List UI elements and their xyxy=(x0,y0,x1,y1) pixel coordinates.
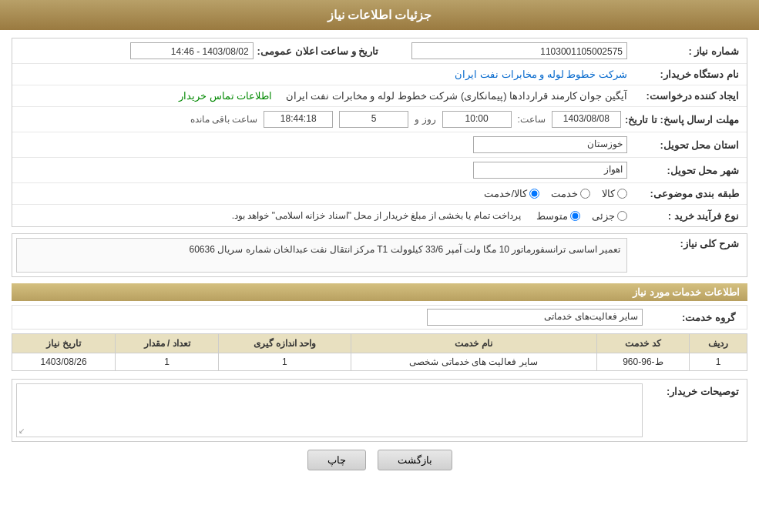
sharh-koli-section: شرح کلی نیاز: تعمیر اساسی ترانسفورماتور … xyxy=(12,233,747,277)
namdastgah-row: نام دستگاه خریدار: شرکت خطوط لوله و مخاب… xyxy=(12,64,747,85)
farayand-jozi-item: جزئی xyxy=(592,210,627,222)
back-button[interactable]: بازگشت xyxy=(378,450,452,470)
col-vahed-andaze: واحد اندازه گیری xyxy=(219,334,351,353)
tabaqe-value: کالا خدمت کالا/خدمت xyxy=(12,186,631,201)
toseeh-value: ↙ xyxy=(12,380,646,441)
noe-farayand-row: نوع فرآیند خرید : جزئی متوسط پرداخت تمام… xyxy=(12,205,747,226)
mohlat-date: 1403/08/08 xyxy=(552,111,621,128)
table-row: 1 ط-96-960 سایر فعالیت های خدماتی شخصی 1… xyxy=(12,353,747,371)
noe-farayand-value: جزئی متوسط پرداخت تمام یا بخشی از مبلغ خ… xyxy=(12,209,631,223)
tabaqe-khadamat-item: خدمت xyxy=(551,188,590,199)
namdastgah-label: نام دستگاه خریدار: xyxy=(631,69,747,80)
col-tedad-meqdar: تعداد / مقدار xyxy=(116,334,219,353)
tabaqe-row: طبقه بندی موضوعی: کالا خدمت xyxy=(12,183,747,205)
grohe-khadamat-field: سایر فعالیت‌های خدماتی xyxy=(427,309,643,326)
tabaqe-khadamat-label: خدمت xyxy=(551,188,578,199)
mohlat-value: 1403/08/08 ساعت: 10:00 روز و 5 18:44:18 … xyxy=(12,109,625,129)
shomare-niaz-row: شماره نیاز : 1103001105002575 تاریخ و سا… xyxy=(12,38,747,64)
shahr-row: شهر محل تحویل: اهواز xyxy=(12,158,747,183)
tarikh-label: تاریخ و ساعت اعلان عمومی: xyxy=(257,45,387,57)
tabaqe-kala-khadamat-label: کالا/خدمت xyxy=(484,188,527,199)
shahr-field: اهواز xyxy=(473,162,627,179)
mohlat-label: مهلت ارسال پاسخ: تا تاریخ: xyxy=(625,114,747,125)
shomare-niaz-value: 1103001105002575 xyxy=(386,41,631,61)
namdastgah-value: شرکت خطوط لوله و مخابرات نفت ایران xyxy=(12,67,631,82)
sharh-koli-label: شرح کلی نیاز: xyxy=(631,234,747,249)
main-info-section: شماره نیاز : 1103001105002575 تاریخ و سا… xyxy=(12,38,747,227)
farayand-jozi-radio[interactable] xyxy=(617,211,627,221)
noe-farayand-radio-group: جزئی متوسط xyxy=(536,210,627,222)
cell-tarikh-niaz: 1403/08/26 xyxy=(12,353,116,371)
resize-icon: ↙ xyxy=(18,427,25,435)
noe-farayand-label: نوع فرآیند خرید : xyxy=(631,210,747,222)
toseeh-box: ↙ xyxy=(16,383,643,437)
ostan-row: استان محل تحویل: خوزستان xyxy=(12,132,747,158)
tabaqe-khadamat-radio[interactable] xyxy=(580,189,590,199)
cell-nam-khadamat: سایر فعالیت های خدماتی شخصی xyxy=(351,353,596,371)
grohe-khadamat-label: گروه خدمت: xyxy=(643,309,743,326)
rooz-label: روز و xyxy=(415,114,435,125)
tabaqe-kala-khadamat-item: کالا/خدمت xyxy=(484,188,539,199)
sharh-koli-value: تعمیر اساسی ترانسفورماتور 10 مگا ولت آمپ… xyxy=(12,234,631,276)
farayand-note: پرداخت تمام یا بخشی از مبلغ خریدار از مح… xyxy=(232,210,521,221)
sharh-koli-box: تعمیر اساسی ترانسفورماتور 10 مگا ولت آمپ… xyxy=(16,238,627,273)
saat-label: ساعت: xyxy=(518,114,546,125)
cell-tedad-meqdar: 1 xyxy=(116,353,219,371)
ostan-field: خوزستان xyxy=(473,136,627,153)
farayand-motovaset-radio[interactable] xyxy=(570,211,580,221)
shahr-label: شهر محل تحویل: xyxy=(631,165,747,176)
toseeh-label: توصیحات خریدار: xyxy=(646,380,747,397)
col-tarikh-niaz: تاریخ نیاز xyxy=(12,334,116,353)
tabaqe-kala-label: کالا xyxy=(602,188,615,199)
grohe-khadamat-row: گروه خدمت: سایر فعالیت‌های خدماتی xyxy=(12,305,747,330)
page-title: جزئیات اطلاعات نیاز xyxy=(327,8,432,22)
khadamat-section-title: اطلاعات خدمات مورد نیاز xyxy=(12,283,747,301)
mohlat-saat-mande: 18:44:18 xyxy=(264,111,333,128)
toseeh-section: توصیحات خریدار: ↙ xyxy=(12,379,747,442)
tabaqe-label: طبقه بندی موضوعی: xyxy=(631,188,747,199)
mohlat-saat: 10:00 xyxy=(442,111,512,128)
tarikh-value: 1403/08/02 - 14:46 xyxy=(12,41,257,61)
services-table: ردیف کد خدمت نام خدمت واحد اندازه گیری ت… xyxy=(12,333,747,371)
ostan-value: خوزستان xyxy=(12,135,631,155)
grohe-khadamat-value: سایر فعالیت‌های خدماتی xyxy=(427,309,643,326)
ostan-label: استان محل تحویل: xyxy=(631,139,747,151)
col-radif: ردیف xyxy=(690,334,747,353)
mohlat-row: مهلت ارسال پاسخ: تا تاریخ: 1403/08/08 سا… xyxy=(12,107,747,132)
cell-vahed-andaze: 1 xyxy=(219,353,351,371)
ijad-konande-label: ایجاد کننده درخواست: xyxy=(631,90,747,102)
tabaqe-kala-radio[interactable] xyxy=(617,189,627,199)
namdastgah-link[interactable]: شرکت خطوط لوله و مخابرات نفت ایران xyxy=(455,69,627,80)
ettelaat-tamas-link[interactable]: اطلاعات تماس خریدار xyxy=(179,90,272,102)
shomare-niaz-field: 1103001105002575 xyxy=(411,42,627,59)
cell-radif: 1 xyxy=(690,353,747,371)
cell-kod-khadamat: ط-96-960 xyxy=(596,353,690,371)
mohlat-datetime: 1403/08/08 ساعت: 10:00 روز و 5 18:44:18 … xyxy=(190,111,621,128)
saat-mande-label: ساعت باقی مانده xyxy=(190,114,258,125)
page-header: جزئیات اطلاعات نیاز xyxy=(0,0,759,30)
tabaqe-kala-khadamat-radio[interactable] xyxy=(529,189,539,199)
shomare-niaz-label: شماره نیاز : xyxy=(631,45,747,57)
table-header-row: ردیف کد خدمت نام خدمت واحد اندازه گیری ت… xyxy=(12,334,747,353)
farayand-motovaset-label: متوسط xyxy=(536,210,568,222)
ijad-konande-text: آیگین جوان کارمند قراردادها (پیمانکاری) … xyxy=(286,90,627,102)
ijad-konande-row: ایجاد کننده درخواست: آیگین جوان کارمند ق… xyxy=(12,85,747,107)
buttons-row: بازگشت چاپ xyxy=(12,450,747,470)
col-nam-khadamat: نام خدمت xyxy=(351,334,596,353)
col-kod-khadamat: کد خدمت xyxy=(596,334,690,353)
tabaqe-radio-group: کالا خدمت کالا/خدمت xyxy=(484,188,627,199)
shahr-value: اهواز xyxy=(12,160,631,180)
print-button[interactable]: چاپ xyxy=(307,450,366,470)
farayand-jozi-label: جزئی xyxy=(592,210,615,222)
farayand-motovaset-item: متوسط xyxy=(536,210,580,222)
tarikh-field: 1403/08/02 - 14:46 xyxy=(130,42,254,59)
mohlat-rooz: 5 xyxy=(339,111,408,128)
ijad-konande-value: آیگین جوان کارمند قراردادها (پیمانکاری) … xyxy=(12,89,631,103)
tabaqe-kala-item: کالا xyxy=(602,188,627,199)
